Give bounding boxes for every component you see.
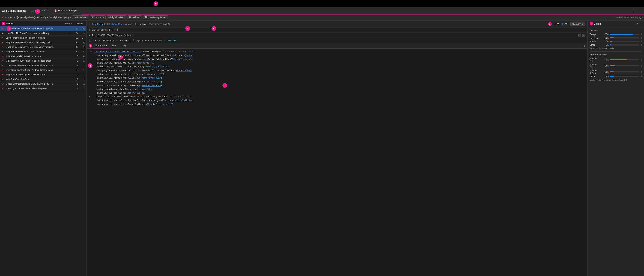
tab-keys[interactable]: Keys (109, 43, 119, 49)
stack-link[interactable]: MainActivity.jav (172, 58, 192, 61)
tab-android-vitals[interactable]: ▷ Android Vitals (30, 8, 52, 14)
tab-bar-right: ⋮ — (632, 8, 642, 14)
list-item[interactable]: ✕ ...ceptionInInitializerError - Android… (0, 68, 86, 72)
filter-signal-states-chevron: ▾ (124, 16, 125, 18)
tab-firebase-crashlytics[interactable]: 🔥 Firebase Crashlytics (52, 8, 81, 14)
filter-time-range[interactable]: Last 90 days ▾ (72, 15, 89, 19)
android-label-810: Android (8.1.0) (590, 69, 601, 74)
close-issue-button[interactable]: Close issue (570, 22, 585, 26)
event-navigation: ‹ › (578, 34, 585, 37)
right-panel-content: Devices Google 77% ℹ FUJITSU 12% ℹ Xiaom… (588, 27, 644, 276)
stack-line: com.google.android.material.button.Mater… (88, 69, 585, 73)
info-icon-android11[interactable]: ℹ (641, 65, 642, 67)
list-item[interactable]: ✕ lang.ArithmeticException - divide by z… (0, 72, 86, 77)
bar-fill-google (610, 34, 633, 35)
android-bar-other (610, 76, 640, 77)
stack-link[interactable]: Looper.java:313 (126, 92, 146, 94)
stack-link[interactable]: Handler.java:938 (140, 81, 161, 83)
stack-expand-button[interactable]: ▶ (88, 95, 91, 98)
issue-text: ...n - ClassNotFoundException at java li… (6, 32, 69, 35)
issue-users: 1 (79, 69, 84, 71)
event-prev-button[interactable]: ‹ (578, 34, 582, 37)
stack-code: android.os.Handler.handleCallback(Handle… (94, 80, 585, 84)
stack-link[interactable]: Looper.java:226 (131, 88, 150, 91)
issues-title: Issues (6, 22, 13, 25)
device-bar-xiaomi (610, 41, 640, 42)
device-pct-fujitsu: 12% (602, 37, 609, 39)
right-panel: 6 Details ⚙ — Devices Google 77% ℹ FUJIT… (588, 21, 644, 276)
event-hash: 089d1e34 (168, 39, 177, 42)
list-item[interactable]: ✕ String.length() on a null object refer… (0, 36, 86, 40)
app-title: App Quality Insights (2, 9, 26, 12)
info-icon-xiaomi[interactable]: ℹ (641, 40, 642, 43)
issue-users: 1 (79, 60, 84, 62)
list-item[interactable]: ✕ lang.RuntimeException - Android Librar… (0, 40, 86, 45)
issues-col-events: Events (65, 22, 72, 25)
tab-logs[interactable]: Logs (119, 43, 129, 49)
info-icon-other-device[interactable]: ℹ (641, 44, 642, 46)
list-item[interactable]: ✕ lang.RuntimeException - Test Crash vcs… (0, 49, 86, 54)
list-item[interactable]: ✕ ...g.RuntimeException - Test Crash new… (0, 45, 86, 49)
bar-fill-fujitsu (610, 37, 614, 38)
stack-link[interactable]: ZygoteInit.java:1135 (148, 103, 173, 106)
details-title: Details (594, 23, 602, 25)
stack-line: com.android.internal.os.ZygoteInit.main(… (88, 103, 585, 106)
tabs-right-controls: ⇅ (583, 44, 585, 47)
stack-line: android.os.Handler.dispatchMessage(Handl… (88, 84, 585, 88)
issue-events: 16 (72, 41, 78, 44)
stack-link[interactable]: Handler.java:99 (142, 84, 161, 87)
close-panel-icon[interactable]: — (640, 22, 642, 25)
exception-class[interactable]: java.lang.ExceptionInInitializerError (94, 51, 140, 53)
info-icon-android14[interactable]: ℹ (641, 59, 642, 61)
list-item[interactable]: ✕ lang.StackOverflowError 1 1 (0, 77, 86, 82)
tab-stack-trace[interactable]: Stack trace (93, 43, 109, 49)
stack-link[interactable]: View.java:30213 (142, 77, 161, 79)
issue-error-icon: ✕ (88, 23, 91, 26)
device-bar-other (610, 44, 640, 46)
breadcrumb[interactable]: app › All: [appqualityrelease] com.quali… (8, 16, 71, 19)
issue-users: 6 (79, 50, 84, 53)
issue-text: ...ceptionInInitializerError - Android L… (6, 27, 71, 30)
list-item[interactable]: ✕ ...ceptionInInitializerError - Android… (0, 26, 86, 31)
stack-link[interactable]: Andro (186, 54, 192, 57)
settings-icon[interactable]: ⚙ (636, 22, 638, 25)
stack-link[interactable]: TextView.java:16112 (144, 66, 168, 68)
list-item[interactable]: ⏱ ...ppqualityinsightsqaapp.MainActivity… (0, 82, 86, 86)
list-item[interactable]: ✕ ...ceptionInInitializerError - Android… (0, 63, 86, 68)
issue-users: 1 (79, 83, 84, 85)
filter-os[interactable]: All operating systems ▾ (143, 15, 168, 19)
stack-code: android.os.Handler.dispatchMessage(Handl… (94, 84, 585, 87)
stack-link[interactable]: View.java:7792 (136, 62, 154, 64)
info-icon-android810[interactable]: ℹ (641, 71, 642, 73)
issue-text: 0,0-{0,0} is not associated with a Fragm… (6, 87, 71, 90)
list-item[interactable]: ✕ button.MaterialButton with id 'button'… (0, 54, 86, 59)
filter-signal-states[interactable]: All signal states ▾ (107, 15, 126, 19)
tab-badge-4: 4 (88, 44, 92, 48)
issues-list[interactable]: ✕ ...ceptionInInitializerError - Android… (0, 26, 86, 276)
issue-text: ...rashedByAdbException - shell-induced … (6, 60, 71, 62)
list-item[interactable]: ✕ ...rashedByAdbException - shell-induce… (0, 59, 86, 63)
error-icon: ✕ (2, 64, 4, 67)
info-icon-android-other[interactable]: ℹ (641, 76, 642, 78)
android-version: Android 12 (120, 39, 130, 42)
event-next-button[interactable]: › (582, 34, 585, 37)
info-icon-fujitsu[interactable]: ℹ (641, 37, 642, 39)
list-item[interactable]: ◈ ...n - ClassNotFoundException at java … (0, 31, 86, 36)
filter-versions[interactable]: All versions ▾ (90, 15, 106, 19)
android-stat-11: Android (11) 18% ℹ (590, 63, 642, 68)
filter-stack-icon[interactable]: ⇅ (583, 44, 585, 47)
stack-line: android.view.View.performClickInternal(V… (88, 73, 585, 76)
issue-users: 6 (79, 41, 84, 44)
view-on-firebase-link[interactable]: View on Firebase ↗ (116, 34, 134, 37)
info-icon-google[interactable]: ℹ (641, 33, 642, 36)
filter-time-range-label: Last 90 days (74, 16, 86, 19)
issue-events: 1 (72, 87, 78, 90)
stack-link[interactable]: View.java:7769 (147, 73, 164, 76)
stack-link[interactable]: RuntimeInit.jav (173, 99, 192, 102)
stack-link[interactable]: MaterialButt (177, 69, 192, 72)
event-date: Apr 18, 2024, 10:39:09 AM (137, 39, 162, 42)
minimize-button[interactable]: — (638, 9, 642, 13)
filter-devices[interactable]: All devices ▾ (127, 15, 142, 19)
more-options-button[interactable]: ⋮ (632, 8, 636, 14)
list-item[interactable]: ✕ 0,0-{0,0} is not associated with a Fra… (0, 86, 86, 91)
